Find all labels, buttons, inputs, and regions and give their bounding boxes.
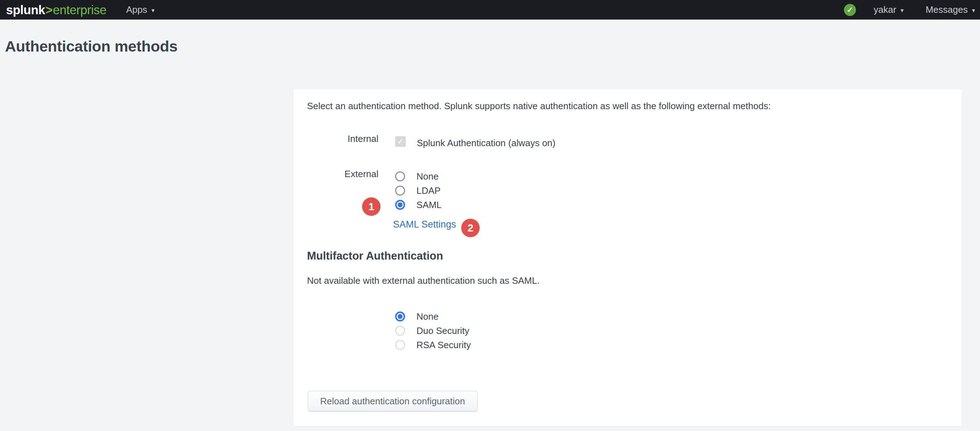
intro-text: Select an authentication method. Splunk … bbox=[307, 101, 771, 112]
splunk-auth-checkbox-label: Splunk Authentication (always on) bbox=[417, 137, 555, 148]
mfa-note-text: Not available with external authenticati… bbox=[307, 275, 540, 286]
splunk-auth-checkbox: ✓ bbox=[395, 136, 406, 147]
user-menu-label: yakar bbox=[874, 4, 897, 15]
logo-brand-text: splunk bbox=[6, 3, 45, 17]
user-menu[interactable]: yakar ▾ bbox=[874, 4, 904, 15]
mfa-radio-group: None Duo Security RSA Security bbox=[395, 310, 471, 352]
radio-external-none[interactable] bbox=[395, 171, 405, 181]
chevron-down-icon: ▾ bbox=[900, 6, 904, 13]
radio-mfa-none-label[interactable]: None bbox=[417, 311, 439, 322]
internal-row-label: Internal bbox=[293, 133, 379, 144]
radio-mfa-rsa bbox=[395, 340, 405, 350]
radio-mfa-duo bbox=[395, 326, 405, 336]
messages-menu-label: Messages bbox=[926, 4, 968, 15]
radio-external-saml[interactable] bbox=[395, 200, 405, 210]
splunk-logo: splunk>enterprise bbox=[6, 0, 106, 19]
radio-row-ldap[interactable]: LDAP bbox=[395, 184, 442, 198]
navbar-right-group: ✓ yakar ▾ Messages ▾ bbox=[844, 0, 975, 19]
annotation-badge-1: 1 bbox=[362, 197, 380, 216]
apps-menu-label: Apps bbox=[126, 4, 147, 15]
apps-menu[interactable]: Apps ▾ bbox=[126, 0, 154, 19]
radio-row-none[interactable]: None bbox=[395, 169, 442, 184]
radio-dot bbox=[398, 314, 402, 319]
radio-dot bbox=[398, 202, 402, 208]
status-ok-icon: ✓ bbox=[844, 4, 856, 16]
auth-methods-card: Select an authentication method. Splunk … bbox=[293, 89, 961, 426]
radio-row-mfa-none[interactable]: None bbox=[395, 310, 471, 324]
page-title: Authentication methods bbox=[5, 38, 178, 55]
messages-menu[interactable]: Messages ▾ bbox=[926, 4, 975, 15]
radio-mfa-duo-label: Duo Security bbox=[417, 326, 469, 337]
external-auth-radio-group: None LDAP SAML bbox=[395, 169, 442, 212]
top-navbar: splunk>enterprise Apps ▾ ✓ yakar ▾ Messa… bbox=[0, 0, 980, 19]
annotation-badge-2: 2 bbox=[461, 219, 480, 237]
radio-row-saml[interactable]: SAML bbox=[395, 198, 442, 212]
radio-row-mfa-duo: Duo Security bbox=[395, 324, 471, 338]
chevron-down-icon: ▾ bbox=[151, 6, 154, 13]
logo-angle-glyph: > bbox=[45, 3, 53, 17]
radio-row-mfa-rsa: RSA Security bbox=[395, 338, 471, 352]
radio-external-saml-label[interactable]: SAML bbox=[417, 200, 442, 211]
radio-external-none-label[interactable]: None bbox=[417, 171, 439, 182]
checkbox-check-glyph: ✓ bbox=[397, 137, 404, 146]
check-glyph: ✓ bbox=[847, 6, 853, 14]
logo-product-text: enterprise bbox=[53, 3, 107, 17]
external-row-label: External bbox=[293, 169, 379, 180]
mfa-section-heading: Multifactor Authentication bbox=[307, 250, 443, 262]
radio-mfa-rsa-label: RSA Security bbox=[417, 340, 471, 351]
reload-auth-config-button[interactable]: Reload authentication configuration bbox=[308, 391, 477, 412]
radio-mfa-none[interactable] bbox=[395, 311, 405, 321]
chevron-down-icon: ▾ bbox=[972, 6, 975, 13]
saml-settings-link[interactable]: SAML Settings bbox=[393, 219, 456, 230]
radio-external-ldap-label[interactable]: LDAP bbox=[417, 185, 441, 196]
radio-external-ldap[interactable] bbox=[395, 186, 405, 196]
